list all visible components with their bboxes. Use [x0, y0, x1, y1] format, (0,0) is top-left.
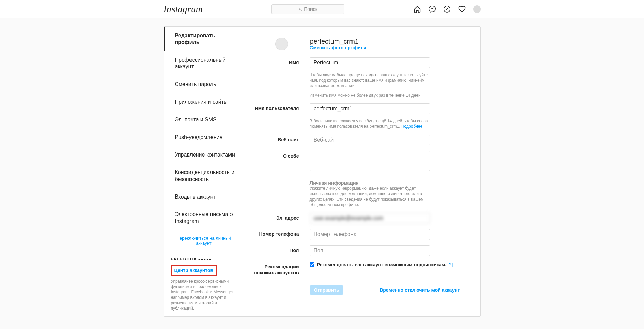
personal-info-desc: Укажите личную информацию, даже если акк… [310, 186, 430, 207]
bio-label: О себе [244, 151, 310, 159]
sidebar-bottom: FACEBOOK ●●●●● Центр аккаунтов Управляйт… [164, 251, 244, 316]
personal-info-head: Личная информация [310, 180, 430, 186]
svg-line-1 [301, 9, 302, 10]
website-input[interactable] [310, 135, 430, 145]
username-help-link[interactable]: Подробнее [401, 124, 422, 129]
disable-account-link[interactable]: Временно отключить мой аккаунт [380, 287, 460, 293]
nav-avatar[interactable] [473, 5, 481, 13]
facebook-label: FACEBOOK ●●●●● [171, 257, 237, 261]
switch-account-link[interactable]: Переключиться на личный аккаунт [164, 230, 244, 251]
content: perfectum_crm1 Сменить фото профиля Имя … [244, 27, 480, 316]
svg-marker-3 [446, 8, 448, 10]
sidebar: Редактировать профиль Профессиональный а… [164, 27, 244, 316]
messenger-icon[interactable] [428, 5, 436, 13]
search-icon [299, 7, 302, 11]
sidebar-item-login-activity[interactable]: Входы в аккаунт [164, 188, 244, 206]
sidebar-item-emails[interactable]: Электронные письма от Instagram [164, 206, 244, 230]
search-input[interactable]: Поиск [271, 4, 344, 14]
sidebar-item-contacts[interactable]: Управление контактами [164, 146, 244, 164]
name-input[interactable] [310, 57, 430, 68]
similar-label: Рекомендации похожих аккаунтов [244, 262, 310, 276]
name-help-2: Изменить имя можно не более двух раз в т… [310, 92, 430, 98]
similar-help-link[interactable]: [?] [448, 262, 453, 267]
gender-input[interactable] [310, 245, 430, 256]
profile-username: perfectum_crm1 [310, 38, 460, 45]
sidebar-item-privacy[interactable]: Конфиденциальность и безопасность [164, 164, 244, 188]
name-label: Имя [244, 57, 310, 65]
home-icon[interactable] [414, 5, 421, 13]
svg-point-0 [299, 8, 301, 10]
search-placeholder: Поиск [304, 6, 317, 12]
sidebar-item-email-sms[interactable]: Эл. почта и SMS [164, 111, 244, 128]
gender-label: Пол [244, 245, 310, 253]
accounts-center-link[interactable]: Центр аккаунтов [174, 268, 214, 273]
email-label: Эл. адрес [244, 213, 310, 221]
phone-label: Номер телефона [244, 229, 310, 237]
similar-checkbox[interactable] [310, 262, 314, 267]
email-input[interactable] [310, 213, 430, 224]
profile-avatar[interactable] [275, 38, 288, 50]
sidebar-item-edit-profile[interactable]: Редактировать профиль [164, 27, 244, 51]
sidebar-item-professional[interactable]: Профессиональный аккаунт [164, 51, 244, 76]
sidebar-item-push[interactable]: Push-уведомления [164, 128, 244, 146]
settings-container: Редактировать профиль Профессиональный а… [164, 26, 481, 317]
similar-checkbox-label: Рекомендовать ваш аккаунт возможным подп… [317, 262, 446, 267]
username-label: Имя пользователя [244, 103, 310, 111]
nav-icons [414, 5, 481, 13]
sidebar-item-apps[interactable]: Приложения и сайты [164, 93, 244, 111]
heart-icon[interactable] [458, 5, 466, 13]
submit-button[interactable]: Отправить [310, 285, 343, 295]
username-input[interactable] [310, 103, 430, 114]
accounts-center-highlight: Центр аккаунтов [171, 265, 217, 276]
brand-logo[interactable]: Instagram [164, 4, 203, 15]
sidebar-item-change-password[interactable]: Сменить пароль [164, 76, 244, 93]
username-help: В большинстве случаев у вас будет ещё 14… [310, 118, 430, 129]
top-nav: Instagram Поиск [0, 0, 644, 18]
website-label: Веб-сайт [244, 135, 310, 143]
accounts-center-desc: Управляйте кросс-сервисными функциями в … [171, 279, 237, 311]
name-help-1: Чтобы людям было проще находить ваш акка… [310, 72, 430, 88]
profile-header-row: perfectum_crm1 Сменить фото профиля [244, 38, 460, 52]
fb-family-icons: ●●●●● [198, 257, 212, 261]
change-photo-link[interactable]: Сменить фото профиля [310, 45, 460, 50]
phone-input[interactable] [310, 229, 430, 240]
bio-textarea[interactable] [310, 151, 430, 171]
explore-icon[interactable] [443, 5, 451, 13]
